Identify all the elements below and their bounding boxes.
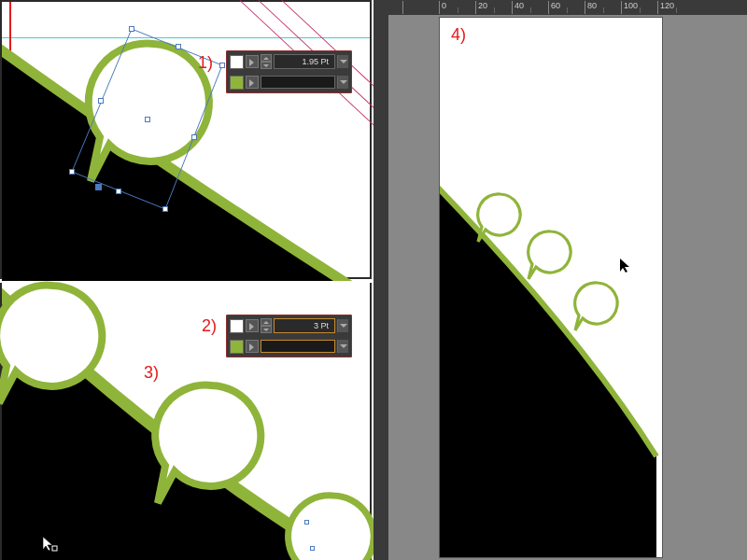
stroke-style-preview[interactable]	[261, 76, 335, 89]
transform-handle[interactable]	[176, 44, 181, 49]
fill-swatch[interactable]	[230, 55, 244, 69]
appearance-panel-1[interactable]: 1.95 Pt	[226, 50, 352, 93]
speech-bubble-4a[interactable]	[473, 190, 526, 246]
artboard[interactable]: 4)	[439, 17, 663, 558]
stroke-weight-field[interactable]: 3 Pt	[274, 318, 335, 333]
anchor-point[interactable]	[304, 520, 309, 525]
transform-handle[interactable]	[98, 98, 104, 104]
canvas-panel-4: 020406080100120 4)	[374, 0, 747, 560]
ruler-vertical[interactable]	[374, 15, 388, 560]
stroke-weight-value: 1.95 Pt	[275, 57, 334, 66]
step-label-3: 3)	[144, 363, 159, 383]
stroke-style-dropdown[interactable]	[337, 76, 348, 89]
stroke-weight-dropdown[interactable]	[337, 55, 348, 68]
bounding-box[interactable]	[2, 2, 374, 281]
canvas-panel-2: 2) 3) 3 Pt	[0, 283, 372, 560]
stroke-swatch[interactable]	[230, 76, 244, 90]
stroke-menu-button[interactable]	[246, 340, 259, 353]
ruler-tick: 120	[657, 1, 674, 14]
step-label-1: 1)	[198, 53, 213, 73]
transform-handle[interactable]	[116, 189, 121, 194]
transform-handle[interactable]	[219, 63, 225, 68]
stroke-weight-dropdown[interactable]	[337, 319, 348, 332]
stroke-weight-value: 3 Pt	[275, 321, 334, 330]
speech-bubble-2a[interactable]	[0, 278, 119, 418]
artwork-curve-4	[440, 18, 663, 558]
transform-handle[interactable]	[129, 26, 134, 32]
selection-cursor-icon	[41, 535, 58, 555]
ruler-horizontal[interactable]: 020406080100120	[374, 0, 747, 15]
anchor-point-selected[interactable]	[95, 184, 102, 190]
speech-bubble-2c[interactable]	[282, 490, 385, 560]
stroke-style-preview[interactable]	[261, 340, 335, 353]
stroke-weight-field[interactable]: 1.95 Pt	[274, 54, 335, 69]
speech-bubble-4b[interactable]	[524, 228, 576, 284]
stroke-weight-stepper[interactable]	[261, 54, 272, 69]
speech-bubble-4c[interactable]	[571, 279, 623, 335]
appearance-panel-2[interactable]: 3 Pt	[226, 315, 352, 357]
step-label-2: 2)	[202, 316, 217, 336]
ruler-tick: 60	[548, 1, 560, 14]
transform-handle[interactable]	[162, 206, 168, 212]
anchor-point[interactable]	[310, 546, 315, 551]
speech-bubble-2b[interactable]	[147, 378, 277, 518]
ruler-tick: 0	[439, 1, 446, 14]
center-point[interactable]	[145, 117, 150, 122]
stroke-style-dropdown[interactable]	[337, 340, 348, 353]
fill-menu-button[interactable]	[246, 319, 259, 332]
canvas-panel-1: 1) 1.95 Pt	[0, 0, 372, 279]
fill-swatch[interactable]	[230, 319, 244, 333]
ruler-tick: 100	[621, 1, 638, 14]
transform-handle[interactable]	[191, 134, 197, 140]
stroke-weight-stepper[interactable]	[261, 318, 272, 333]
transform-handle[interactable]	[69, 169, 75, 175]
fill-menu-button[interactable]	[246, 55, 259, 68]
ruler-tick: 20	[475, 1, 487, 14]
ruler-tick: 40	[512, 1, 524, 14]
stroke-menu-button[interactable]	[246, 76, 259, 89]
mouse-cursor-icon	[618, 257, 631, 277]
ruler-tick: 80	[585, 1, 597, 14]
stroke-swatch[interactable]	[230, 340, 244, 354]
svg-rect-1	[52, 546, 57, 551]
